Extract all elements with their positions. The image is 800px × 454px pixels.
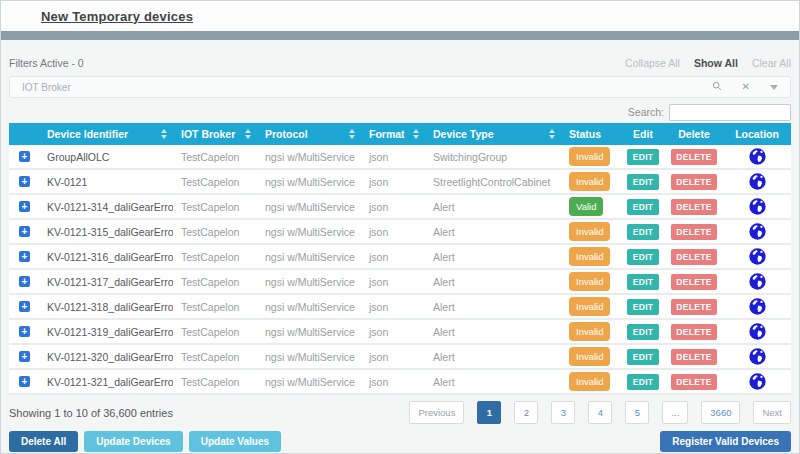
collapse-all-link[interactable]: Collapse All [625, 57, 680, 69]
column-header-broker[interactable]: IOT Broker [173, 123, 257, 145]
edit-cell: EDIT [621, 245, 665, 268]
column-header-delete: Delete [665, 123, 723, 145]
iot-broker-filter-accordion[interactable]: IOT Broker ✕ [9, 76, 791, 98]
edit-button[interactable]: EDIT [627, 324, 660, 340]
delete-cell: DELETE [665, 145, 723, 168]
sort-icon[interactable] [413, 129, 419, 139]
pagination-page-1[interactable]: 1 [477, 401, 501, 424]
page-title[interactable]: New Temporary devices [41, 9, 193, 24]
format-cell: json [361, 145, 425, 168]
globe-location-icon[interactable] [749, 373, 766, 390]
pagination-page-3660[interactable]: 3660 [701, 401, 740, 424]
search-input[interactable] [669, 104, 791, 121]
globe-location-icon[interactable] [749, 348, 766, 365]
edit-button[interactable]: EDIT [627, 224, 660, 240]
edit-cell: EDIT [621, 370, 665, 393]
edit-button[interactable]: EDIT [627, 349, 660, 365]
delete-button[interactable]: DELETE [671, 224, 716, 240]
iot-broker-cell: TestCapelon [173, 145, 257, 168]
expand-row-icon[interactable]: + [19, 226, 30, 237]
show-all-link[interactable]: Show All [694, 57, 738, 69]
delete-button[interactable]: DELETE [671, 349, 716, 365]
pagination-next[interactable]: Next [753, 401, 791, 424]
delete-all-button[interactable]: Delete All [9, 431, 78, 452]
sort-icon[interactable] [245, 129, 251, 139]
globe-location-icon[interactable] [749, 298, 766, 315]
sort-icon[interactable] [349, 129, 355, 139]
expand-row-icon[interactable]: + [19, 301, 30, 312]
globe-location-icon[interactable] [749, 323, 766, 340]
device-type-cell: Alert [425, 370, 561, 393]
globe-location-icon[interactable] [749, 148, 766, 165]
sort-up-arrow [413, 129, 419, 133]
clear-icon[interactable]: ✕ [742, 82, 750, 92]
globe-location-icon[interactable] [749, 198, 766, 215]
expand-row-icon[interactable]: + [19, 276, 30, 287]
globe-location-icon[interactable] [749, 273, 766, 290]
edit-button[interactable]: EDIT [627, 199, 660, 215]
delete-button[interactable]: DELETE [671, 324, 716, 340]
delete-button[interactable]: DELETE [671, 299, 716, 315]
device-type-cell: Alert [425, 295, 561, 318]
location-cell [723, 295, 791, 318]
location-cell [723, 345, 791, 368]
update-values-button[interactable]: Update Values [189, 431, 281, 452]
expand-row-icon[interactable]: + [19, 376, 30, 387]
delete-button[interactable]: DELETE [671, 249, 716, 265]
edit-button[interactable]: EDIT [627, 149, 660, 165]
expand-row-icon[interactable]: + [19, 351, 30, 362]
device-type-cell: Alert [425, 270, 561, 293]
protocol-cell: ngsi w/MultiService [257, 195, 361, 218]
expand-row-icon[interactable]: + [19, 201, 30, 212]
pagination-page-5[interactable]: 5 [625, 401, 649, 424]
delete-button[interactable]: DELETE [671, 174, 716, 190]
table-row: +GroupAllOLCTestCapelonngsi w/MultiServi… [9, 145, 791, 170]
pagination-previous[interactable]: Previous [409, 401, 464, 424]
edit-cell: EDIT [621, 195, 665, 218]
delete-cell: DELETE [665, 170, 723, 193]
location-cell [723, 195, 791, 218]
status-badge: Invalid [569, 222, 610, 241]
edit-button[interactable]: EDIT [627, 374, 660, 390]
status-cell: Invalid [561, 145, 621, 168]
delete-button[interactable]: DELETE [671, 199, 716, 215]
format-cell: json [361, 245, 425, 268]
table-row: +KV-0121TestCapelonngsi w/MultiServicejs… [9, 170, 791, 195]
globe-location-icon[interactable] [749, 223, 766, 240]
device-identifier-cell: KV-0121-321_daliGearError [39, 370, 173, 393]
iot-broker-cell: TestCapelon [173, 295, 257, 318]
column-header-format[interactable]: Format [361, 123, 425, 145]
sort-icon[interactable] [161, 129, 167, 139]
expand-row-icon[interactable]: + [19, 326, 30, 337]
location-cell [723, 145, 791, 168]
pagination-page-3[interactable]: 3 [551, 401, 575, 424]
expand-row-icon[interactable]: + [19, 151, 30, 162]
column-header-id[interactable]: Device Identifier [39, 123, 173, 145]
globe-location-icon[interactable] [749, 173, 766, 190]
status-badge: Invalid [569, 372, 610, 391]
edit-button[interactable]: EDIT [627, 249, 660, 265]
chevron-down-icon[interactable] [770, 85, 778, 90]
sort-icon[interactable] [549, 129, 555, 139]
update-devices-button[interactable]: Update Devices [84, 431, 182, 452]
edit-button[interactable]: EDIT [627, 299, 660, 315]
clear-all-link[interactable]: Clear All [752, 57, 791, 69]
edit-cell: EDIT [621, 145, 665, 168]
search-icon[interactable] [712, 81, 722, 93]
register-valid-devices-button[interactable]: Register Valid Devices [660, 431, 791, 452]
globe-location-icon[interactable] [749, 248, 766, 265]
edit-button[interactable]: EDIT [627, 174, 660, 190]
delete-button[interactable]: DELETE [671, 149, 716, 165]
status-cell: Invalid [561, 320, 621, 343]
delete-button[interactable]: DELETE [671, 374, 716, 390]
expand-row-icon[interactable]: + [19, 251, 30, 262]
column-header-type[interactable]: Device Type [425, 123, 561, 145]
column-header-protocol[interactable]: Protocol [257, 123, 361, 145]
pagination-page-...[interactable]: ... [662, 401, 688, 424]
expand-row-icon[interactable]: + [19, 176, 30, 187]
delete-button[interactable]: DELETE [671, 274, 716, 290]
pagination-page-2[interactable]: 2 [514, 401, 538, 424]
iot-broker-cell: TestCapelon [173, 370, 257, 393]
edit-button[interactable]: EDIT [627, 274, 660, 290]
pagination-page-4[interactable]: 4 [588, 401, 612, 424]
